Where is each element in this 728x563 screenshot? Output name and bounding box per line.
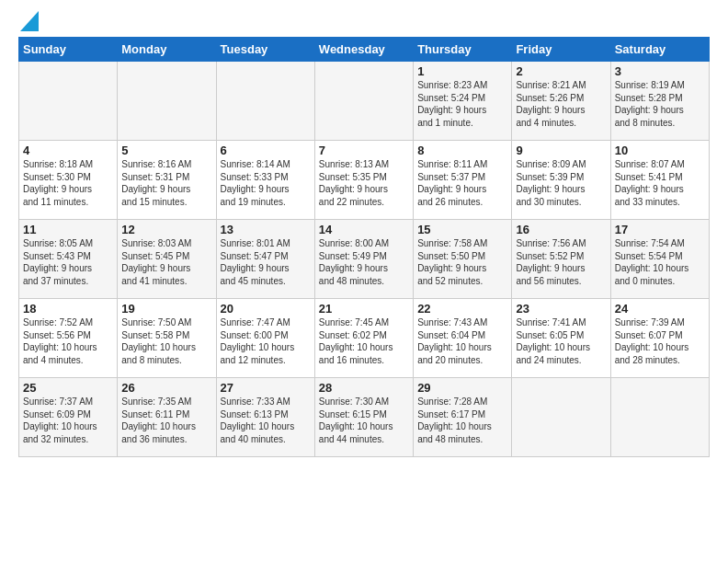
calendar-cell: 21Sunrise: 7:45 AM Sunset: 6:02 PM Dayli… [314,299,413,378]
day-info: Sunrise: 7:41 AM Sunset: 6:05 PM Dayligh… [516,316,606,366]
day-number: 2 [516,64,606,78]
day-info: Sunrise: 7:56 AM Sunset: 5:52 PM Dayligh… [516,237,606,287]
calendar-cell: 7Sunrise: 8:13 AM Sunset: 5:35 PM Daylig… [314,141,413,220]
calendar-cell: 26Sunrise: 7:35 AM Sunset: 6:11 PM Dayli… [118,378,216,457]
calendar-cell: 13Sunrise: 8:01 AM Sunset: 5:47 PM Dayli… [216,220,314,299]
calendar-cell: 14Sunrise: 8:00 AM Sunset: 5:49 PM Dayli… [314,220,413,299]
calendar-week-2: 11Sunrise: 8:05 AM Sunset: 5:43 PM Dayli… [19,220,710,299]
calendar-week-0: 1Sunrise: 8:23 AM Sunset: 5:24 PM Daylig… [19,62,710,141]
day-number: 11 [23,223,113,236]
calendar-cell: 9Sunrise: 8:09 AM Sunset: 5:39 PM Daylig… [512,141,610,220]
day-number: 16 [516,223,606,236]
day-number: 18 [23,302,113,316]
day-info: Sunrise: 8:13 AM Sunset: 5:35 PM Dayligh… [319,158,409,208]
day-info: Sunrise: 8:11 AM Sunset: 5:37 PM Dayligh… [417,158,507,208]
calendar-cell [216,62,314,141]
header [18,15,710,31]
day-number: 5 [121,144,211,157]
calendar-cell [610,378,709,457]
calendar-cell: 6Sunrise: 8:14 AM Sunset: 5:33 PM Daylig… [216,141,314,220]
day-number: 29 [417,381,507,395]
calendar-table: SundayMondayTuesdayWednesdayThursdayFrid… [18,37,710,457]
day-info: Sunrise: 8:00 AM Sunset: 5:49 PM Dayligh… [319,237,409,287]
day-number: 15 [417,223,507,236]
day-info: Sunrise: 8:23 AM Sunset: 5:24 PM Dayligh… [417,79,507,129]
calendar-cell: 16Sunrise: 7:56 AM Sunset: 5:52 PM Dayli… [512,220,610,299]
calendar-cell: 3Sunrise: 8:19 AM Sunset: 5:28 PM Daylig… [610,62,709,141]
weekday-header-saturday: Saturday [610,38,709,62]
page: SundayMondayTuesdayWednesdayThursdayFrid… [0,0,728,466]
day-number: 14 [319,223,409,236]
day-number: 27 [221,381,311,395]
day-info: Sunrise: 8:09 AM Sunset: 5:39 PM Dayligh… [516,158,606,208]
day-info: Sunrise: 7:52 AM Sunset: 5:56 PM Dayligh… [23,316,113,366]
calendar-cell: 27Sunrise: 7:33 AM Sunset: 6:13 PM Dayli… [216,378,314,457]
day-info: Sunrise: 8:21 AM Sunset: 5:26 PM Dayligh… [516,79,606,129]
weekday-header-wednesday: Wednesday [314,38,413,62]
day-info: Sunrise: 7:50 AM Sunset: 5:58 PM Dayligh… [121,316,211,366]
day-number: 10 [615,144,705,157]
day-info: Sunrise: 8:19 AM Sunset: 5:28 PM Dayligh… [615,79,705,129]
day-info: Sunrise: 8:05 AM Sunset: 5:43 PM Dayligh… [23,237,113,287]
calendar-cell: 19Sunrise: 7:50 AM Sunset: 5:58 PM Dayli… [118,299,216,378]
calendar-cell [512,378,610,457]
day-number: 20 [221,302,311,316]
calendar-week-3: 18Sunrise: 7:52 AM Sunset: 5:56 PM Dayli… [19,299,710,378]
day-info: Sunrise: 7:35 AM Sunset: 6:11 PM Dayligh… [121,396,211,445]
calendar-cell: 28Sunrise: 7:30 AM Sunset: 6:15 PM Dayli… [314,378,413,457]
day-info: Sunrise: 8:01 AM Sunset: 5:47 PM Dayligh… [221,237,311,287]
weekday-header-thursday: Thursday [414,38,512,62]
day-info: Sunrise: 8:18 AM Sunset: 5:30 PM Dayligh… [23,158,113,208]
calendar-cell: 20Sunrise: 7:47 AM Sunset: 6:00 PM Dayli… [216,299,314,378]
calendar-cell [314,62,413,141]
calendar-cell: 22Sunrise: 7:43 AM Sunset: 6:04 PM Dayli… [414,299,512,378]
calendar-cell: 15Sunrise: 7:58 AM Sunset: 5:50 PM Dayli… [414,220,512,299]
day-info: Sunrise: 7:54 AM Sunset: 5:54 PM Dayligh… [615,237,705,287]
day-info: Sunrise: 7:28 AM Sunset: 6:17 PM Dayligh… [417,396,507,445]
day-number: 1 [417,64,507,78]
day-number: 19 [121,302,211,316]
weekday-header-tuesday: Tuesday [216,38,314,62]
day-info: Sunrise: 7:43 AM Sunset: 6:04 PM Dayligh… [417,316,507,366]
day-info: Sunrise: 7:30 AM Sunset: 6:15 PM Dayligh… [319,396,409,445]
calendar-cell [19,62,118,141]
day-info: Sunrise: 8:14 AM Sunset: 5:33 PM Dayligh… [221,158,311,208]
calendar-cell: 5Sunrise: 8:16 AM Sunset: 5:31 PM Daylig… [118,141,216,220]
day-info: Sunrise: 7:58 AM Sunset: 5:50 PM Dayligh… [417,237,507,287]
calendar-cell: 4Sunrise: 8:18 AM Sunset: 5:30 PM Daylig… [19,141,118,220]
calendar-cell: 2Sunrise: 8:21 AM Sunset: 5:26 PM Daylig… [512,62,610,141]
weekday-header-monday: Monday [118,38,216,62]
day-number: 25 [23,381,113,395]
day-info: Sunrise: 7:39 AM Sunset: 6:07 PM Dayligh… [615,316,705,366]
calendar-cell: 25Sunrise: 7:37 AM Sunset: 6:09 PM Dayli… [19,378,118,457]
calendar-week-4: 25Sunrise: 7:37 AM Sunset: 6:09 PM Dayli… [19,378,710,457]
svg-marker-0 [20,11,39,31]
day-number: 13 [221,223,311,236]
day-number: 28 [319,381,409,395]
logo [18,15,39,31]
day-number: 17 [615,223,705,236]
day-number: 7 [319,144,409,157]
day-info: Sunrise: 7:45 AM Sunset: 6:02 PM Dayligh… [319,316,409,366]
day-number: 4 [23,144,113,157]
day-number: 21 [319,302,409,316]
day-info: Sunrise: 8:03 AM Sunset: 5:45 PM Dayligh… [121,237,211,287]
calendar-week-1: 4Sunrise: 8:18 AM Sunset: 5:30 PM Daylig… [19,141,710,220]
weekday-header-sunday: Sunday [19,38,118,62]
day-info: Sunrise: 8:16 AM Sunset: 5:31 PM Dayligh… [121,158,211,208]
calendar-cell: 10Sunrise: 8:07 AM Sunset: 5:41 PM Dayli… [610,141,709,220]
weekday-header-row: SundayMondayTuesdayWednesdayThursdayFrid… [19,38,710,62]
logo-triangle-icon [20,11,39,31]
day-number: 9 [516,144,606,157]
calendar-cell: 12Sunrise: 8:03 AM Sunset: 5:45 PM Dayli… [118,220,216,299]
day-number: 3 [615,64,705,78]
day-number: 26 [121,381,211,395]
day-info: Sunrise: 8:07 AM Sunset: 5:41 PM Dayligh… [615,158,705,208]
calendar-cell: 24Sunrise: 7:39 AM Sunset: 6:07 PM Dayli… [610,299,709,378]
day-info: Sunrise: 7:47 AM Sunset: 6:00 PM Dayligh… [221,316,311,366]
day-number: 12 [121,223,211,236]
calendar-cell: 29Sunrise: 7:28 AM Sunset: 6:17 PM Dayli… [414,378,512,457]
calendar-cell: 23Sunrise: 7:41 AM Sunset: 6:05 PM Dayli… [512,299,610,378]
calendar-cell: 1Sunrise: 8:23 AM Sunset: 5:24 PM Daylig… [414,62,512,141]
day-info: Sunrise: 7:37 AM Sunset: 6:09 PM Dayligh… [23,396,113,445]
